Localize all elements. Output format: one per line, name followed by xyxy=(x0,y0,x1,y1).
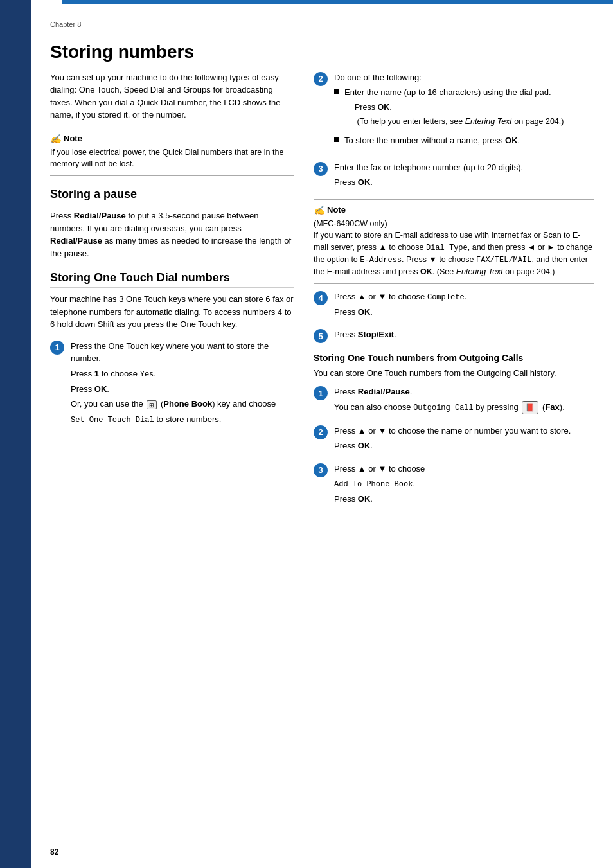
storing-pause-title: Storing a pause xyxy=(50,188,294,204)
oc-step3-line2: Add To Phone Book. xyxy=(334,477,594,490)
step3-line2: Press OK. xyxy=(334,176,594,189)
oc-step-2-content: Press ▲ or ▼ to choose the name or numbe… xyxy=(334,425,594,455)
oc-step-3-block: 3 Press ▲ or ▼ to choose Add To Phone Bo… xyxy=(314,463,594,508)
note-icon-2: ✍ xyxy=(314,205,324,215)
step-2-circle: 2 xyxy=(314,72,328,86)
step-5-circle: 5 xyxy=(314,329,328,343)
note-label-1: Note xyxy=(64,134,82,143)
step1-line5: Set One Touch Dial to store numbers. xyxy=(71,413,294,426)
step5-line1: Press Stop/Exit. xyxy=(334,328,594,341)
step1-line4: Or, you can use the ⊞ (Phone Book) key a… xyxy=(71,398,294,411)
note-box-1: ✍ Note If you lose electrical power, the… xyxy=(50,128,294,177)
step-1-block: 1 Press the One Touch key where you want… xyxy=(50,340,294,429)
oc-step-2-block: 2 Press ▲ or ▼ to choose the name or num… xyxy=(314,425,594,455)
outgoing-calls-title: Storing One Touch numbers from Outgoing … xyxy=(314,353,594,363)
bullet1-sub1: Press OK. xyxy=(355,102,564,114)
bullet1-sub2: (To help you enter letters, see Entering… xyxy=(355,116,564,128)
step-3-content: Enter the fax or telephone number (up to… xyxy=(334,161,594,191)
step2-intro: Do one of the following: xyxy=(334,71,594,84)
storing-one-touch-body: Your machine has 3 One Touch keys where … xyxy=(50,293,294,331)
oc-step1-line2: You can also choose Outgoing Call by pre… xyxy=(334,401,594,414)
step-4-circle: 4 xyxy=(314,291,328,305)
note-icon-1: ✍ xyxy=(50,134,61,144)
oc-step3-line1: Press ▲ or ▼ to choose xyxy=(334,463,594,475)
note-box-2: ✍ Note (MFC-6490CW only) If you want to … xyxy=(314,199,594,284)
step-2-content: Do one of the following: Enter the name … xyxy=(334,71,594,154)
oc-step-1-circle: 1 xyxy=(314,386,328,400)
step-1-content: Press the One Touch key where you want t… xyxy=(71,340,294,429)
bullet-square-2 xyxy=(334,137,339,142)
oc-step1-line1: Press Redial/Pause. xyxy=(334,385,594,398)
note2-line2: If you want to store an E-mail address t… xyxy=(314,229,594,278)
bullet1-text: Enter the name (up to 16 characters) usi… xyxy=(344,86,564,99)
left-sidebar xyxy=(0,0,31,868)
step-1-circle: 1 xyxy=(50,341,64,355)
step4-line2: Press OK. xyxy=(334,306,594,319)
storing-one-touch-title: Storing One Touch Dial numbers xyxy=(50,271,294,288)
chapter-label: Chapter 8 xyxy=(50,19,594,30)
page-container: Chapter 8 Storing numbers You can set up… xyxy=(0,0,613,868)
note-label-2: Note xyxy=(327,205,346,215)
step-5-content: Press Stop/Exit. xyxy=(334,328,594,344)
bullet2-text: To store the number without a name, pres… xyxy=(344,134,520,147)
step3-line1: Enter the fax or telephone number (up to… xyxy=(334,161,594,174)
oc-step3-line3: Press OK. xyxy=(334,493,594,506)
outgoing-calls-intro: You can store One Touch numbers from the… xyxy=(314,367,594,380)
note2-line1: (MFC-6490CW only) xyxy=(314,218,594,230)
two-col-layout: You can set up your machine to do the fo… xyxy=(50,71,594,516)
content-area: Chapter 8 Storing numbers You can set up… xyxy=(31,0,613,868)
note-header-1: ✍ Note xyxy=(50,134,294,144)
bullet-2: To store the number without a name, pres… xyxy=(334,134,594,150)
step-5-block: 5 Press Stop/Exit. xyxy=(314,328,594,344)
oc-step-2-circle: 2 xyxy=(314,425,328,439)
storing-pause-body: Press Redial/Pause to put a 3.5-second p… xyxy=(50,209,294,260)
intro-text: You can set up your machine to do the fo… xyxy=(50,71,294,121)
bullet-1: Enter the name (up to 16 characters) usi… xyxy=(334,86,594,130)
phonebook-icon: ⊞ xyxy=(147,400,157,409)
note-header-2: ✍ Note xyxy=(314,205,594,215)
oc-step-1-content: Press Redial/Pause. You can also choose … xyxy=(334,385,594,416)
oc-step-1-block: 1 Press Redial/Pause. You can also choos… xyxy=(314,385,594,416)
step1-line3: Press OK. xyxy=(71,383,294,396)
step-4-content: Press ▲ or ▼ to choose Complete. Press O… xyxy=(334,290,594,321)
right-column: 2 Do one of the following: Enter the nam… xyxy=(314,71,594,516)
bullet-1-content: Enter the name (up to 16 characters) usi… xyxy=(344,86,564,130)
step-2-block: 2 Do one of the following: Enter the nam… xyxy=(314,71,594,154)
fax-key-icon: 📕 xyxy=(522,401,538,414)
page-number: 82 xyxy=(50,847,58,856)
bullet-square-1 xyxy=(334,89,339,94)
bullet-2-content: To store the number without a name, pres… xyxy=(344,134,520,150)
left-column: You can set up your machine to do the fo… xyxy=(50,71,294,516)
step4-line1: Press ▲ or ▼ to choose Complete. xyxy=(334,290,594,303)
step-4-block: 4 Press ▲ or ▼ to choose Complete. Press… xyxy=(314,290,594,321)
step-3-block: 3 Enter the fax or telephone number (up … xyxy=(314,161,594,191)
oc-step2-line1: Press ▲ or ▼ to choose the name or numbe… xyxy=(334,425,594,438)
oc-step-3-circle: 3 xyxy=(314,463,328,477)
step-3-circle: 3 xyxy=(314,162,328,176)
step1-line2: Press 1 to choose Yes. xyxy=(71,368,294,380)
step1-line1: Press the One Touch key where you want t… xyxy=(71,340,294,365)
note-body-1: If you lose electrical power, the Quick … xyxy=(50,146,294,171)
oc-step-3-content: Press ▲ or ▼ to choose Add To Phone Book… xyxy=(334,463,594,508)
oc-step2-line2: Press OK. xyxy=(334,439,594,452)
top-bar xyxy=(62,0,613,4)
page-title: Storing numbers xyxy=(50,42,594,62)
